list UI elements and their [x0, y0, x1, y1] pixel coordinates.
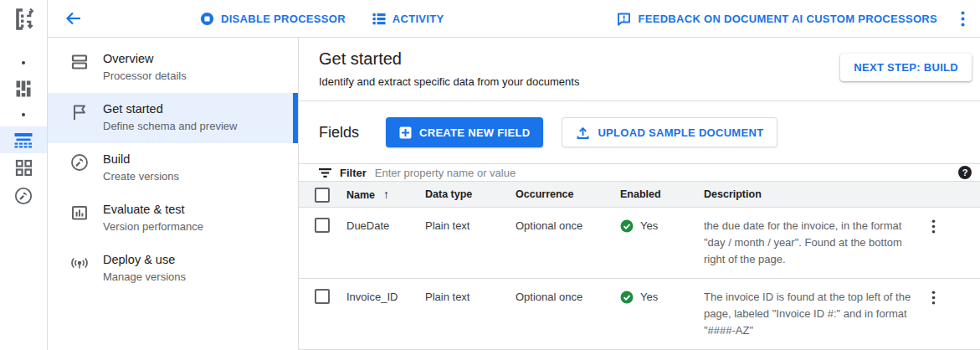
- rail-item-schema-selected[interactable]: [0, 126, 47, 153]
- sidebar-item-subtitle: Create versions: [103, 170, 179, 183]
- feedback-label: FEEDBACK ON DOCUMENT AI CUSTOM PROCESSOR…: [638, 13, 937, 25]
- flag-icon: [69, 102, 90, 122]
- sidebar-item-title: Build: [103, 152, 179, 167]
- rail-item-grid[interactable]: [0, 153, 47, 182]
- field-data-type: Plain text: [425, 208, 516, 279]
- toolbar-overflow-menu-icon[interactable]: [961, 11, 965, 27]
- sidebar-item-overview[interactable]: Overview Processor details: [48, 43, 298, 93]
- document-ai-processor-page: DISABLE PROCESSOR ACTIVITY: [0, 0, 980, 350]
- filter-bar: Filter ?: [299, 163, 980, 182]
- sidebar-item-get-started[interactable]: Get started Define schema and preview: [48, 93, 298, 143]
- top-toolbar: DISABLE PROCESSOR ACTIVITY: [48, 0, 980, 38]
- activity-button[interactable]: ACTIVITY: [372, 13, 444, 25]
- sidebar-item-subtitle: Manage versions: [103, 270, 186, 284]
- create-new-field-label: CREATE NEW FIELD: [419, 126, 530, 139]
- column-header-name[interactable]: Name↑: [346, 182, 425, 208]
- field-description: the due date for the invoice, in the for…: [704, 208, 928, 279]
- fields-table: Name↑ Data type Occurrence Enabled Descr…: [299, 182, 980, 350]
- overview-icon: [69, 52, 90, 72]
- rail-separator-dot: [0, 51, 47, 75]
- next-step-build-button[interactable]: NEXT STEP: BUILD: [840, 54, 972, 81]
- table-header-row: Name↑ Data type Occurrence Enabled Descr…: [299, 182, 980, 208]
- upload-sample-document-label: UPLOAD SAMPLE DOCUMENT: [598, 126, 763, 139]
- enabled-check-icon: [620, 291, 634, 304]
- sidebar-item-title: Get started: [103, 101, 237, 117]
- sidebar-item-evaluate-test[interactable]: Evaluate & test Version performance: [48, 193, 298, 244]
- table-row: Invoice_ID Plain text Optional once: [299, 279, 980, 350]
- row-checkbox[interactable]: [315, 289, 330, 304]
- sort-ascending-icon[interactable]: ↑: [383, 188, 389, 201]
- activity-label: ACTIVITY: [393, 13, 444, 25]
- page-header: Get started Identify and extract specifi…: [299, 38, 980, 101]
- enabled-check-icon: [620, 219, 634, 233]
- disable-processor-label: DISABLE PROCESSOR: [221, 13, 346, 25]
- sidebar-item-subtitle: Version performance: [103, 220, 203, 234]
- page-subtitle: Identify and extract specific data from …: [319, 75, 579, 88]
- product-icon-rail: [0, 0, 48, 350]
- row-checkbox[interactable]: [315, 218, 330, 233]
- field-occurrence: Optional once: [516, 279, 620, 350]
- bar-chart-icon: [69, 203, 90, 223]
- disable-processor-button[interactable]: DISABLE PROCESSOR: [200, 12, 346, 26]
- processor-nav-sidebar: Overview Processor details Get started D…: [48, 38, 299, 350]
- back-button[interactable]: [64, 9, 83, 28]
- field-data-type: Plain text: [425, 279, 516, 350]
- field-name: Invoice_ID: [346, 279, 425, 350]
- row-overflow-menu-icon[interactable]: [928, 218, 939, 235]
- field-description: The invoice ID is found at the top left …: [704, 279, 928, 350]
- sidebar-item-title: Overview: [103, 51, 187, 67]
- build-wrench-icon: [69, 152, 90, 172]
- column-header-description[interactable]: Description: [704, 182, 928, 208]
- column-header-data-type[interactable]: Data type: [425, 182, 516, 208]
- sidebar-item-build[interactable]: Build Create versions: [48, 143, 298, 193]
- document-ai-logo-icon: [0, 0, 47, 38]
- sidebar-item-deploy-use[interactable]: Deploy & use Manage versions: [48, 244, 298, 294]
- fields-heading: Fields: [319, 124, 359, 142]
- activity-list-icon: [372, 13, 386, 25]
- help-icon[interactable]: ?: [958, 166, 972, 179]
- rail-item-entities[interactable]: [0, 75, 47, 103]
- page-title: Get started: [319, 49, 579, 69]
- feedback-button[interactable]: FEEDBACK ON DOCUMENT AI CUSTOM PROCESSOR…: [617, 12, 937, 26]
- row-overflow-menu-icon[interactable]: [928, 289, 939, 306]
- sidebar-item-title: Evaluate & test: [103, 202, 203, 218]
- add-box-icon: [399, 126, 412, 139]
- sidebar-item-subtitle: Define schema and preview: [103, 120, 237, 133]
- field-enabled-value: Yes: [640, 289, 658, 306]
- select-all-checkbox[interactable]: [315, 188, 330, 203]
- upload-sample-document-button[interactable]: UPLOAD SAMPLE DOCUMENT: [562, 117, 777, 147]
- rail-item-build[interactable]: [0, 182, 47, 210]
- sidebar-item-title: Deploy & use: [103, 252, 186, 268]
- filter-label: Filter: [340, 167, 367, 179]
- field-occurrence: Optional once: [516, 208, 620, 279]
- rail-separator-dot: [0, 103, 47, 126]
- create-new-field-button[interactable]: CREATE NEW FIELD: [386, 117, 543, 147]
- feedback-icon: [617, 12, 631, 26]
- table-row: DueDate Plain text Optional once: [299, 208, 980, 279]
- upload-icon: [576, 126, 590, 140]
- filter-input[interactable]: [375, 167, 950, 179]
- filter-icon: [319, 167, 331, 178]
- column-header-occurrence[interactable]: Occurrence: [516, 182, 620, 208]
- sidebar-item-subtitle: Processor details: [103, 69, 187, 83]
- field-name: DueDate: [346, 208, 425, 279]
- fields-actions-row: Fields CREATE NEW FIELD: [299, 101, 980, 163]
- column-header-enabled[interactable]: Enabled: [620, 182, 704, 208]
- stop-circle-icon: [200, 12, 214, 26]
- broadcast-icon: [69, 253, 90, 273]
- field-enabled-value: Yes: [640, 218, 658, 234]
